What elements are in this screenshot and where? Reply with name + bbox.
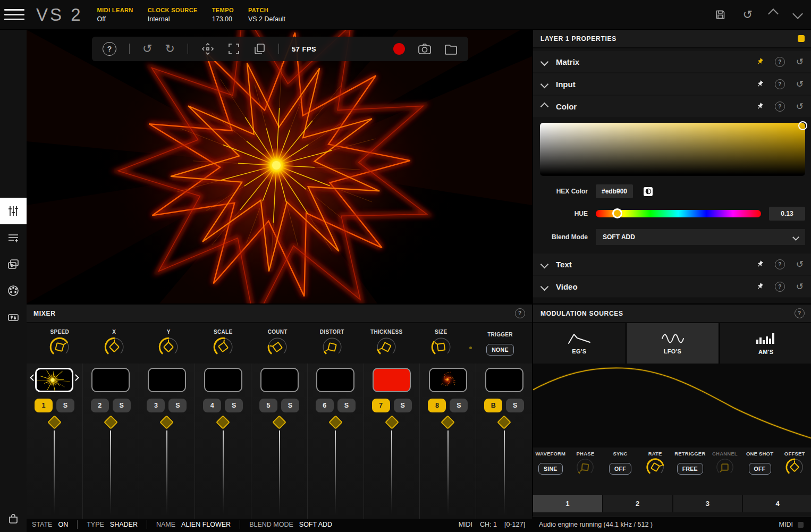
patch-prev-icon[interactable] <box>770 10 777 20</box>
channel-knob[interactable] <box>715 458 734 477</box>
sidebar-item-playlist[interactable] <box>0 224 27 251</box>
reset-icon[interactable]: ↺ <box>796 260 804 269</box>
section-color[interactable]: Color ? ↺ <box>533 96 811 117</box>
help-icon[interactable]: ? <box>775 282 785 292</box>
waveform-button[interactable]: SINE <box>538 463 563 475</box>
knob-y[interactable]: Y <box>141 329 196 358</box>
knob-x[interactable]: X <box>87 329 142 358</box>
channel-solo-button[interactable]: S <box>225 399 243 412</box>
channel-thumbnail[interactable] <box>485 368 523 392</box>
knob-speed[interactable]: SPEED <box>32 329 87 358</box>
midi-learn-field[interactable]: MIDI LEARN Off <box>97 7 133 23</box>
clock-source-field[interactable]: CLOCK SOURCE Internal <box>148 7 198 23</box>
blend-mode-value[interactable]: SOFT ADD <box>299 521 332 528</box>
sidebar-item-media[interactable] <box>0 251 27 277</box>
channel-fader[interactable] <box>106 417 116 519</box>
channel-solo-button[interactable]: S <box>281 399 299 412</box>
undo-icon[interactable]: ↺ <box>142 43 152 55</box>
tab-lfos[interactable]: LFO'S <box>627 323 720 364</box>
lfo-page-3[interactable]: 3 <box>673 495 744 512</box>
picker-handle[interactable] <box>798 121 807 130</box>
channel-thumbnail[interactable] <box>204 368 242 392</box>
pan-icon[interactable] <box>201 42 215 56</box>
section-input[interactable]: Input ? ↺ <box>533 73 811 95</box>
fader-handle[interactable] <box>497 415 511 429</box>
channel-select-button[interactable]: 3 <box>147 399 165 412</box>
knob-count[interactable]: COUNT <box>250 329 305 358</box>
channel-thumbnail[interactable] <box>260 368 299 392</box>
channel-solo-button[interactable]: S <box>450 399 468 412</box>
channel-fader[interactable] <box>387 417 397 519</box>
sidebar-item-store[interactable] <box>0 505 27 532</box>
lfo-page-1[interactable]: 1 <box>533 495 603 512</box>
help-icon[interactable]: ? <box>103 42 116 56</box>
channel-solo-button[interactable]: S <box>337 399 356 412</box>
hue-slider[interactable] <box>596 210 761 217</box>
pin-icon[interactable] <box>755 281 765 292</box>
next-visual-icon[interactable] <box>73 373 78 382</box>
channel-fader[interactable] <box>218 417 228 519</box>
channel-solo-button[interactable]: S <box>168 399 187 412</box>
layer-color-swatch[interactable] <box>798 35 805 42</box>
fader-handle[interactable] <box>216 415 230 429</box>
help-icon[interactable]: ? <box>775 259 785 269</box>
rate-knob[interactable] <box>646 458 665 477</box>
section-video[interactable]: Video ? ↺ <box>533 276 811 297</box>
help-icon[interactable]: ? <box>775 57 785 67</box>
channel-thumbnail[interactable] <box>373 368 411 392</box>
lfo-page-2[interactable]: 2 <box>603 495 673 512</box>
channel-thumbnail[interactable] <box>148 368 186 392</box>
fader-handle[interactable] <box>47 415 62 429</box>
channel-select-button[interactable]: 8 <box>428 399 446 412</box>
knob-size[interactable]: SIZE <box>414 329 469 358</box>
knob-thickness[interactable]: THICKNESS <box>359 329 414 358</box>
tab-ams[interactable]: AM'S <box>720 323 811 364</box>
reset-icon[interactable]: ↺ <box>796 80 804 89</box>
sync-button[interactable]: OFF <box>609 463 631 475</box>
channel-select-button[interactable]: 6 <box>316 399 334 412</box>
menu-icon[interactable] <box>4 9 24 20</box>
pin-icon[interactable] <box>755 56 765 67</box>
save-icon[interactable] <box>715 9 726 20</box>
offset-knob[interactable] <box>785 458 804 477</box>
visual-name-value[interactable]: ALIEN FLOWER <box>181 521 231 528</box>
channel-select-button[interactable]: 4 <box>203 399 221 412</box>
saturation-value-picker[interactable] <box>540 123 805 176</box>
channel-select-button[interactable]: 7 <box>372 399 390 412</box>
lfo-waveform-display[interactable] <box>533 364 811 447</box>
fader-handle[interactable] <box>272 415 286 429</box>
folder-icon[interactable] <box>444 43 458 55</box>
color-sample-icon[interactable] <box>644 187 653 196</box>
help-icon[interactable]: ? <box>775 102 785 112</box>
channel-thumbnail[interactable] <box>35 368 73 392</box>
knob-scale[interactable]: SCALE <box>196 329 251 358</box>
channel-solo-button[interactable]: S <box>506 399 524 412</box>
reset-icon[interactable]: ↺ <box>796 102 804 111</box>
channel-fader[interactable] <box>274 417 284 519</box>
channel-solo-button[interactable]: S <box>113 399 131 412</box>
channel-fader[interactable] <box>331 417 341 519</box>
help-icon[interactable]: ? <box>795 308 805 318</box>
patch-field[interactable]: PATCH VS 2 Default <box>248 7 285 23</box>
redo-icon[interactable]: ↻ <box>165 43 174 55</box>
retrigger-button[interactable]: FREE <box>677 463 703 475</box>
trigger-mode-button[interactable]: NONE <box>486 344 514 356</box>
channel-fader[interactable] <box>49 417 60 519</box>
reset-icon[interactable]: ↺ <box>796 282 804 291</box>
duplicate-icon[interactable] <box>253 43 266 55</box>
sidebar-item-controller[interactable] <box>0 304 27 331</box>
channel-fader[interactable] <box>499 417 509 519</box>
section-text[interactable]: Text ? ↺ <box>533 254 811 275</box>
channel-fader[interactable] <box>162 417 172 519</box>
channel-thumbnail[interactable] <box>91 368 130 392</box>
channel-select-button[interactable]: 2 <box>91 399 109 412</box>
blend-mode-select[interactable]: SOFT ADD <box>596 229 805 245</box>
pin-icon[interactable] <box>755 79 765 89</box>
pin-icon[interactable] <box>755 101 765 112</box>
hue-slider-handle[interactable] <box>612 208 622 218</box>
help-icon[interactable]: ? <box>775 79 785 89</box>
hex-color-input[interactable]: #edb900 <box>596 184 633 198</box>
fader-handle[interactable] <box>385 415 399 429</box>
channel-select-button[interactable]: B <box>484 399 502 412</box>
tab-egs[interactable]: EG'S <box>533 323 627 364</box>
